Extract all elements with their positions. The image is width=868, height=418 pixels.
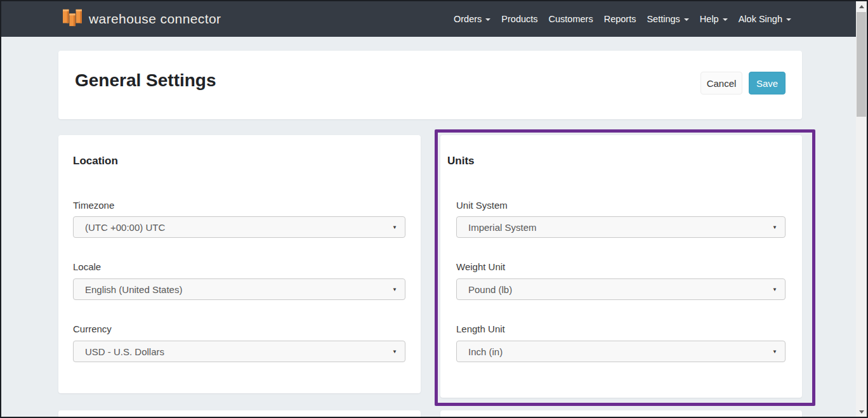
partial-card-left [58,410,421,418]
dropdown-caret-icon: ▼ [392,349,397,355]
nav-item-reports[interactable]: Reports [604,14,636,24]
chevron-down-icon [684,18,689,21]
timezone-select[interactable]: (UTC +00:00) UTC ▼ [73,216,405,238]
scrollbar-thumb[interactable] [857,12,866,117]
unit-system-value: Imperial System [468,222,537,233]
nav-item-customers[interactable]: Customers [549,14,593,24]
user-name: Alok Singh [739,14,782,24]
nav-item-label: Products [501,14,537,24]
save-button[interactable]: Save [749,72,786,95]
warehouse-blocks-logo-icon [62,8,82,30]
dropdown-caret-icon: ▼ [772,225,777,230]
dropdown-caret-icon: ▼ [772,349,777,355]
weight-unit-label: Weight Unit [456,261,505,272]
top-navbar: warehouse connector Orders Products Cust… [1,1,857,37]
location-card: Location Timezone (UTC +00:00) UTC ▼ Loc… [58,135,421,393]
nav-item-orders[interactable]: Orders [454,14,490,24]
brand-name: warehouse connector [89,11,221,27]
cancel-button[interactable]: Cancel [700,72,742,95]
scroll-down-button[interactable] [856,407,867,417]
brand[interactable]: warehouse connector [62,8,221,30]
length-unit-value: Inch (in) [468,346,503,357]
header-actions: Cancel Save [700,72,786,95]
currency-label: Currency [73,323,112,334]
scroll-up-button[interactable] [856,1,867,11]
length-unit-select[interactable]: Inch (in) ▼ [456,341,786,362]
nav-item-products[interactable]: Products [501,14,537,24]
page-title: General Settings [75,70,216,91]
vertical-scrollbar[interactable] [856,1,867,417]
scroll-down-arrow-icon [859,410,864,414]
currency-value: USD - U.S. Dollars [85,346,164,357]
nav-item-label: Reports [604,14,636,24]
location-card-title: Location [73,155,118,167]
chevron-down-icon [786,18,791,21]
timezone-label: Timezone [73,200,114,211]
length-unit-label: Length Unit [456,323,505,334]
nav-item-label: Help [700,14,719,24]
scroll-up-arrow-icon [859,5,864,8]
nav-item-label: Settings [647,14,680,24]
nav-item-label: Customers [549,14,593,24]
partial-card-right [440,410,802,418]
locale-value: English (United States) [85,284,182,295]
units-card-title: Units [447,155,475,167]
dropdown-caret-icon: ▼ [772,287,777,292]
nav-item-user-menu[interactable]: Alok Singh [739,14,791,24]
unit-system-select[interactable]: Imperial System ▼ [456,216,786,238]
locale-label: Locale [73,261,101,272]
chevron-down-icon [723,18,728,21]
nav-menu: Orders Products Customers Reports Settin… [454,14,791,24]
timezone-value: (UTC +00:00) UTC [85,222,165,233]
nav-item-help[interactable]: Help [700,14,728,24]
page-header-card: General Settings Cancel Save [58,51,802,119]
nav-item-label: Orders [454,14,482,24]
dropdown-caret-icon: ▼ [392,287,397,292]
locale-select[interactable]: English (United States) ▼ [73,278,405,300]
dropdown-caret-icon: ▼ [392,225,397,230]
nav-item-settings[interactable]: Settings [647,14,688,24]
chevron-down-icon [485,18,490,21]
unit-system-label: Unit System [456,200,508,211]
app-window: warehouse connector Orders Products Cust… [0,0,868,418]
currency-select[interactable]: USD - U.S. Dollars ▼ [73,341,405,362]
weight-unit-select[interactable]: Pound (lb) ▼ [456,278,786,300]
weight-unit-value: Pound (lb) [468,284,512,295]
units-card: Units Unit System Imperial System ▼ Weig… [440,135,802,398]
